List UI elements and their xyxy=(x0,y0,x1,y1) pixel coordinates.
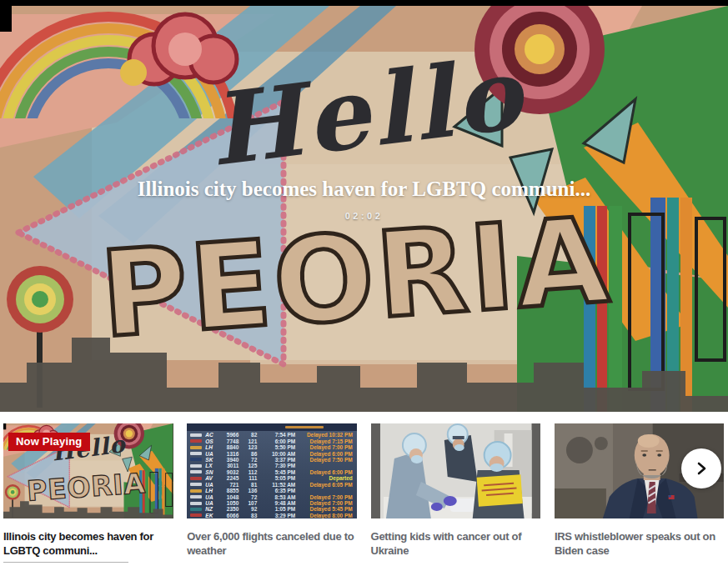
flight-row: UA10501079:48 AMDelayed 7:00 PM xyxy=(190,500,353,506)
flight-row: UA13168610:00 AMDelayed 6:00 PM xyxy=(190,450,353,456)
flight-row: AC5966827:54 PMDelayed 10:32 PM xyxy=(190,432,353,438)
chevron-right-icon xyxy=(694,461,709,476)
thumbnail-ukraine-kids[interactable] xyxy=(371,423,541,518)
flight-row: LH88401235:50 PMDelayed 7:00 PM xyxy=(190,444,353,450)
flight-row: OS77481216:00 PMDelayed 7:15 PM xyxy=(190,438,353,443)
flight-row: SN90321125:45 PMDelayed 6:00 PM xyxy=(190,469,353,475)
video-carousel: Now Playing AC5966827:54 PMDelayed 10:32… xyxy=(0,423,728,518)
caption-ukraine[interactable]: Getting kids with cancer out of Ukraine xyxy=(371,529,541,563)
thumbnail-flight-board[interactable]: AC5966827:54 PMDelayed 10:32 PMOS7748121… xyxy=(187,423,357,518)
flight-row: UA7218111:52 AMDelayed 6:05 PM xyxy=(190,482,353,488)
thumbnail-row: Now Playing AC5966827:54 PMDelayed 10:32… xyxy=(3,423,725,518)
caption-flights[interactable]: Over 6,000 flights canceled due to weath… xyxy=(187,529,357,563)
video-section: Hello PEORIA Illinois city becomes haven… xyxy=(0,0,728,566)
video-frame-mural xyxy=(0,6,728,412)
caption-row: Illinois city becomes haven for LGBTQ co… xyxy=(0,529,728,563)
flight-row: AV22451115:05 PMDeparted xyxy=(190,475,353,481)
flight-row: NZ2350921:05 PMDelayed 5:45 PM xyxy=(190,506,353,512)
flight-board: AC5966827:54 PMDelayed 10:32 PMOS7748121… xyxy=(187,431,357,518)
board-header-strip xyxy=(187,423,357,431)
flight-row: SK3940723:37 PMDelayed 7:50 PM xyxy=(190,457,353,463)
flight-row: LH88551366:35 PM xyxy=(190,488,353,493)
caption-irs[interactable]: IRS whistleblower speaks out on Biden ca… xyxy=(555,529,725,563)
video-player[interactable]: Illinois city becomes haven for LGBTQ co… xyxy=(0,0,728,412)
medical-scene-image xyxy=(371,423,541,518)
flight-row: EK6066833:29 PMDelayed 8:00 PM xyxy=(190,513,353,518)
thumbnail-now-playing[interactable]: Now Playing xyxy=(3,423,173,518)
now-playing-badge: Now Playing xyxy=(8,433,90,451)
flight-row: LX30111257:30 PM xyxy=(190,463,353,468)
carousel-next-button[interactable] xyxy=(681,448,721,488)
caption-now-playing[interactable]: Illinois city becomes haven for LGBTQ co… xyxy=(3,529,173,563)
flight-row: UA1048728:53 AMDelayed 7:00 PM xyxy=(190,493,353,499)
